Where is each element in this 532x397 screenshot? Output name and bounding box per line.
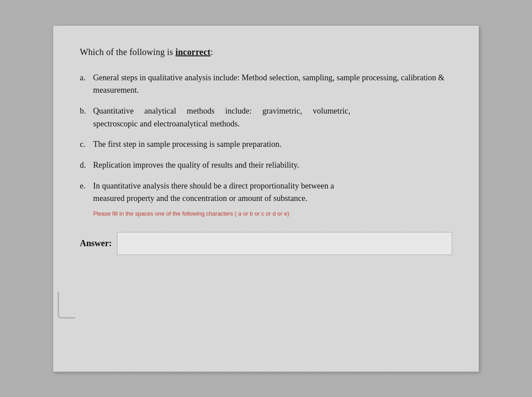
option-d-text: Replication improves the quality of resu… (93, 159, 452, 172)
option-d-label: d. (80, 159, 93, 172)
option-d: d. Replication improves the quality of r… (80, 159, 452, 172)
option-e: e. In quantitative analysis there should… (80, 180, 452, 220)
option-a: a. General steps in qualitative analysis… (80, 71, 452, 97)
option-b-word3: methods (187, 105, 215, 118)
title-colon: : (211, 47, 213, 57)
option-b-word4: include: (225, 105, 252, 118)
option-c-label: c. (80, 138, 93, 151)
option-a-label: a. (80, 71, 93, 84)
title-bold: incorrect (176, 47, 211, 57)
option-e-line1: In quantitative analysis there should be… (93, 180, 334, 193)
option-a-text: General steps in qualitative analysis in… (93, 71, 452, 97)
question-title: Which of the following is incorrect: (80, 47, 452, 57)
option-c-text: The first step in sample processing is s… (93, 138, 452, 151)
answer-input[interactable] (117, 232, 452, 255)
answer-label: Answer: (80, 238, 112, 248)
option-b-line2: spectroscopic and electroanalytical meth… (80, 118, 240, 130)
answer-section: Answer: (80, 232, 452, 255)
instruction-text: Please fill in the spaces one of the fol… (93, 210, 289, 217)
decorative-corner (58, 292, 75, 318)
question-page: Which of the following is incorrect: a. … (53, 26, 479, 372)
option-e-line2: measured property and the concentration … (80, 192, 307, 205)
options-list: a. General steps in qualitative analysis… (80, 71, 452, 220)
option-b-word5: gravimetric, (262, 105, 302, 118)
option-e-label: e. (80, 180, 93, 193)
option-b: b. Quantitative analytical methods inclu… (80, 105, 452, 130)
option-b-word1: Quantitative (93, 105, 133, 118)
option-b-word2: analytical (144, 105, 176, 118)
title-normal: Which of the following is (80, 47, 176, 57)
option-b-label: b. (80, 105, 93, 118)
option-c: c. The first step in sample processing i… (80, 138, 452, 151)
option-b-word6: volumetric, (313, 105, 351, 118)
